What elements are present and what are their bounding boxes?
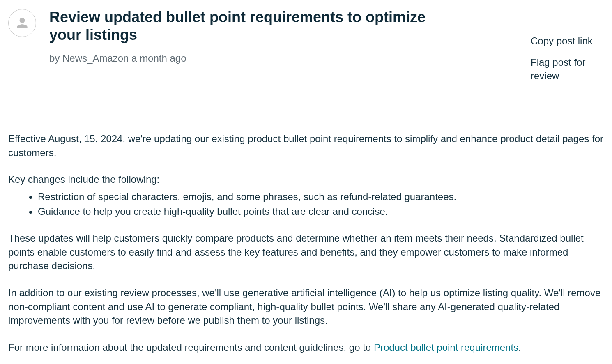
body-text: .	[518, 342, 521, 353]
body-paragraph: Key changes include the following:	[8, 173, 604, 187]
flag-post-link[interactable]: Flag post for review	[526, 56, 604, 83]
author-avatar[interactable]	[8, 9, 36, 37]
post-title: Review updated bullet point requirements…	[49, 8, 444, 44]
header-main: Review updated bullet point requirements…	[49, 8, 513, 64]
body-paragraph: These updates will help customers quickl…	[8, 231, 604, 273]
product-bullet-requirements-link[interactable]: Product bullet point requirements	[374, 342, 518, 353]
post-actions: Copy post link Flag post for review	[526, 35, 604, 83]
author-name[interactable]: News_Amazon	[62, 53, 129, 64]
post-header: Review updated bullet point requirements…	[8, 8, 604, 83]
post-time-ago: a month ago	[131, 53, 186, 64]
person-icon	[14, 15, 30, 31]
body-paragraph: In addition to our existing review proce…	[8, 286, 604, 327]
post-container: Review updated bullet point requirements…	[8, 8, 604, 354]
list-item: Guidance to help you create high-quality…	[38, 205, 604, 219]
post-byline: by News_Amazon a month ago	[49, 53, 513, 64]
key-changes-list: Restriction of special characters, emoji…	[38, 190, 604, 218]
body-paragraph: Effective August, 15, 2024, we're updati…	[8, 132, 604, 159]
list-item: Restriction of special characters, emoji…	[38, 190, 604, 204]
body-paragraph: For more information about the updated r…	[8, 341, 604, 355]
post-body: Effective August, 15, 2024, we're updati…	[8, 132, 604, 354]
byline-prefix: by	[49, 53, 60, 64]
copy-post-link[interactable]: Copy post link	[526, 35, 604, 48]
body-text: For more information about the updated r…	[8, 342, 374, 353]
